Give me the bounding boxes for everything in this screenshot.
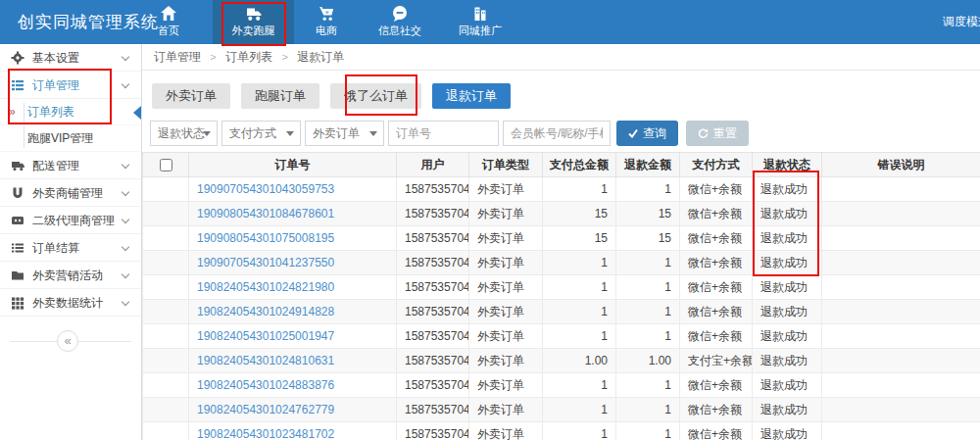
user-cell: 15875357045 <box>397 422 469 440</box>
row-select-cell[interactable] <box>143 422 189 440</box>
error-note-cell <box>822 177 980 202</box>
query-button[interactable]: 查询 <box>616 121 678 146</box>
order-no-link[interactable]: 190907054301043059753 <box>197 182 334 196</box>
sidebar-collapse-row: « <box>0 330 141 352</box>
query-button-label: 查询 <box>643 125 666 142</box>
table-header-row: 订单号 用户 订单类型 支付总金额 退款金额 支付方式 退款状态 错误说明 <box>143 153 980 177</box>
building-icon <box>470 4 490 24</box>
nav-label: 同城推广 <box>444 24 516 37</box>
column-header-pay-method: 支付方式 <box>680 153 753 177</box>
row-select-cell[interactable] <box>143 373 189 398</box>
nav-label: 电商 <box>302 24 351 37</box>
order-no-link[interactable]: 190908054301084678601 <box>197 207 334 220</box>
row-select-cell[interactable] <box>143 275 189 300</box>
order-no-link[interactable]: 190824054301024762779 <box>197 403 334 416</box>
tab[interactable]: 退款订单 <box>432 83 511 109</box>
user-cell: 15875357045 <box>397 275 469 300</box>
row-select-cell[interactable] <box>143 349 189 373</box>
nav-label: 信息社交 <box>361 24 439 37</box>
nav-item-home[interactable]: 首页 <box>144 0 193 44</box>
refund-status-cell: 退款成功 <box>753 300 822 324</box>
dispatch-mode-link[interactable]: 调度模式 <box>943 0 980 44</box>
sidebar-item-label: 订单结算 <box>32 234 79 262</box>
order-no-link[interactable]: 190824054301024810631 <box>197 354 334 367</box>
order-no-link[interactable]: 190907054301041237550 <box>197 256 334 269</box>
gear-icon <box>11 51 24 65</box>
sidebar-subitem-order-list[interactable]: » 订单列表 <box>0 99 141 125</box>
user-cell: 15875357045 <box>397 324 469 349</box>
breadcrumb-item[interactable]: 订单管理 <box>154 50 201 64</box>
caret-down-icon <box>369 131 377 136</box>
order-type-select-value: 外卖订单 <box>313 126 360 140</box>
sidebar: 基本设置 订单管理 » 订单列表 跑腿VIP管理 <box>0 44 142 440</box>
sidebar-subitem-runner-vip[interactable]: 跑腿VIP管理 <box>0 125 141 152</box>
sidebar-item-agent-management[interactable]: 二级代理商管理 <box>0 207 141 234</box>
order-no-cell: 190824054301025001947 <box>189 324 397 349</box>
main-content: 订单管理 > 订单列表 > 退款订单 外卖订单 跑腿订单 饿了么订单 退款订单 … <box>142 44 980 440</box>
filter-bar: 退款状态 支付方式 外卖订单 查询 <box>150 121 749 146</box>
order-type-cell: 外卖订单 <box>469 422 543 440</box>
nav-item-city-promo[interactable]: 同城推广 <box>444 0 516 44</box>
pay-total-cell: 1 <box>543 324 616 349</box>
sidebar-item-order-management[interactable]: 订单管理 <box>0 72 141 99</box>
pay-method-cell: 微信+余额 <box>680 202 753 226</box>
sidebar-item-order-settlement[interactable]: 订单结算 <box>0 234 141 262</box>
pay-method-cell: 微信+余额 <box>680 398 753 422</box>
order-no-cell: 190824054301024810631 <box>189 349 397 373</box>
row-select-cell[interactable] <box>143 300 189 324</box>
order-no-link[interactable]: 190824054301024883876 <box>197 378 334 392</box>
sidebar-item-delivery-management[interactable]: 配送管理 <box>0 152 141 179</box>
order-no-link[interactable]: 190824054301023481702 <box>197 427 334 440</box>
pay-method-cell: 支付宝+余额 <box>680 349 753 373</box>
error-note-cell <box>822 324 980 349</box>
column-header-order-no: 订单号 <box>189 153 397 177</box>
sidebar-collapse-button[interactable]: « <box>57 330 78 352</box>
tab[interactable]: 外卖订单 <box>152 83 230 109</box>
order-no-input[interactable] <box>388 121 499 146</box>
member-search-input[interactable] <box>503 121 611 146</box>
sidebar-item-label: 配送管理 <box>32 152 79 179</box>
refund-status-cell: 退款成功 <box>753 373 822 398</box>
select-all-checkbox[interactable] <box>160 159 172 171</box>
column-header-order-type: 订单类型 <box>469 153 543 177</box>
pay-total-cell: 15 <box>543 202 616 226</box>
breadcrumb: 订单管理 > 订单列表 > 退款订单 <box>142 44 980 71</box>
row-select-cell[interactable] <box>143 177 189 202</box>
refund-amount-cell: 15 <box>616 202 680 226</box>
refund-amount-cell: 1 <box>616 324 680 349</box>
tab[interactable]: 跑腿订单 <box>241 83 319 109</box>
refund-status-cell: 退款成功 <box>753 349 822 373</box>
chevron-down-icon <box>122 243 129 251</box>
row-select-cell[interactable] <box>143 324 189 349</box>
nav-item-ecommerce[interactable]: e 电商 <box>302 0 351 44</box>
pay-method-cell: 微信+余额 <box>680 300 753 324</box>
sidebar-item-marketing[interactable]: 外卖营销活动 <box>0 262 141 289</box>
order-no-link[interactable]: 190824054301024914828 <box>197 305 334 318</box>
breadcrumb-item[interactable]: 订单列表 <box>225 50 272 64</box>
nav-item-social[interactable]: 信息社交 <box>361 0 439 44</box>
column-header-refund-status: 退款状态 <box>753 153 822 177</box>
pay-method-select[interactable]: 支付方式 <box>221 121 301 146</box>
refund-amount-cell: 1 <box>616 251 680 275</box>
row-select-cell[interactable] <box>143 251 189 275</box>
order-type-select[interactable]: 外卖订单 <box>305 121 384 146</box>
reset-button[interactable]: 重置 <box>686 121 749 146</box>
table-row: 190908054301084678601 15875357045 外卖订单 1… <box>143 202 980 226</box>
sidebar-item-basic-settings[interactable]: 基本设置 <box>0 44 141 72</box>
order-no-link[interactable]: 190824054301025001947 <box>197 329 334 343</box>
order-no-link[interactable]: 190824054301024821980 <box>197 280 334 294</box>
table-row: 190824054301024914828 15875357045 外卖订单 1… <box>143 300 980 324</box>
row-select-cell[interactable] <box>143 398 189 422</box>
row-select-cell[interactable] <box>143 202 189 226</box>
order-no-cell: 190908054301075008195 <box>189 226 397 251</box>
refund-status-select[interactable]: 退款状态 <box>150 121 218 146</box>
active-marker: » <box>9 99 16 125</box>
row-select-cell[interactable] <box>143 226 189 251</box>
tab[interactable]: 饿了么订单 <box>330 83 421 109</box>
top-navbar: 创实同城管理系统 首页 外卖跑腿 e 电商 <box>0 0 980 44</box>
sidebar-item-shop-management[interactable]: 外卖商铺管理 <box>0 179 141 207</box>
order-no-link[interactable]: 190908054301075008195 <box>197 231 334 245</box>
nav-item-delivery[interactable]: 外卖跑腿 <box>213 0 294 44</box>
nav-label: 首页 <box>144 24 193 37</box>
sidebar-item-statistics[interactable]: 外卖数据统计 <box>0 289 141 317</box>
